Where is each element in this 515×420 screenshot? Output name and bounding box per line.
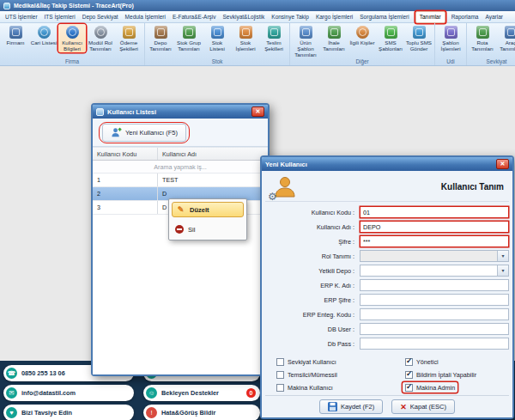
vehicle-icon [505,26,515,39]
user-form: Kullanıcı Kodu : Kullanıcı Adı : Şifre :… [265,202,509,350]
grid-filter-row[interactable]: Arama yapmak iş... [93,161,268,173]
ribbon-button-urun-sablon-tanimlari[interactable]: Ürün Şablon Tanımları [292,24,319,58]
ribbon-button-sablon-islemleri[interactable]: Şablon İşlemleri [437,24,464,52]
tab-sevkiyat-lojistik[interactable]: Sevkiyat&Lojistik [220,12,269,22]
chevron-down-icon[interactable]: ▾ [497,265,508,276]
document-icon [445,26,457,39]
ribbon-group-sevkiyat: Rota Tanımları Araç Tanımları Sevkiyat [467,23,515,65]
checkbox-makina-admin[interactable]: ✓ Makina Admin [403,382,457,393]
checkbox-box: ✓ [405,384,413,392]
bulk-sms-icon [413,26,426,39]
table-header-row: Kullanıcı Kodu Kullanıcı Adı [93,148,268,161]
checkbox-sevkiyat-kullanici[interactable]: Sevkiyat Kullanıcı [274,356,339,367]
ribbon-button-sms-sablonlari[interactable]: SMS Şablonları [377,24,404,52]
ribbon-button-stok-grup-tanimlari[interactable]: Stok Grup Tanımları [175,24,203,52]
pencil-icon: ✎ [176,205,185,214]
tender-icon [328,26,341,39]
column-header-code[interactable]: Kullanıcı Kodu [93,148,158,160]
close-button[interactable]: ✕ Kapat (ESC) [391,399,455,414]
yetkili-depo-select[interactable]: ▾ [360,265,509,277]
report-error-card[interactable]: ! Hata&Görüş Bildir [143,405,260,420]
tab-uts-islemler[interactable]: UTS İşlemler [2,12,41,22]
user-list-titlebar[interactable]: Kullanıcı Listesi ✕ [93,105,268,119]
alert-icon: ! [146,407,157,418]
db-pass-input[interactable] [360,338,509,350]
ribbon-button-rota-tanimlari[interactable]: Rota Tanımları [469,24,496,52]
column-header-name[interactable]: Kullanıcı Adı [158,148,268,160]
table-row-1[interactable]: 1 TEST [93,173,268,187]
tab-konsinye-takip[interactable]: Konsinye Takip [268,12,312,22]
ribbon-button-ilgili-kisiler[interactable]: İlgili Kişiler [348,24,376,46]
tab-its-islemleri[interactable]: ITS İşlemleri [41,12,79,22]
db-user-input[interactable] [360,323,509,335]
tab-kargo-islemleri[interactable]: Kargo İşlemleri [312,12,356,22]
context-menu: ✎ Düzelt Sil [168,198,247,240]
checkbox-bildirim-iptali[interactable]: ✓ Bildirim İptali Yapabilir [403,369,479,380]
field-kullanici-kodu: Kullanıcı Kodu : [265,206,509,218]
ribbon-button-stok-islemleri[interactable]: Stok İşlemleri [232,24,259,52]
sifre-input[interactable] [360,235,509,247]
save-button[interactable]: Kaydet (F2) [319,399,383,414]
form-header: ⚙ Kullanıcı Tanım [265,173,509,202]
close-icon[interactable]: ✕ [496,159,509,169]
ribbon-button-arac-tanimlari[interactable]: Araç Tanımları [497,24,515,52]
customers-icon [38,26,51,39]
building-icon [9,26,22,39]
checkbox-box: ✓ [405,358,413,366]
kullanici-adi-input[interactable] [360,221,509,233]
ribbon-button-toplu-sms-gonder[interactable]: Toplu SMS Gönder [405,24,433,52]
new-user-dialog: Yeni Kullanıcı ✕ ⚙ Kullanıcı Tanım Kulla… [260,155,514,419]
tab-tanimlar[interactable]: Tanımlar [415,11,445,23]
gear-icon: ⚙ [268,191,277,203]
field-rol-tanimi: Rol Tanımı : ▾ [265,250,509,262]
ribbon-button-kullanici-bilgileri[interactable]: Kullanıcı Bilgileri [58,24,86,52]
recommend-card[interactable]: ♥ Bizi Tavsiye Edin [3,405,134,420]
tab-depo-sevkiyat[interactable]: Depo Sevkiyat [79,12,122,22]
new-user-titlebar[interactable]: Yeni Kullanıcı ✕ [262,157,512,171]
checkbox-yonetici[interactable]: ✓ Yönetici [403,356,441,367]
rol-tanimi-select[interactable]: ▾ [360,250,509,262]
chevron-down-icon[interactable]: ▾ [497,251,508,261]
tab-sorgulama-islemleri[interactable]: Sorgulama İşlemleri [356,12,412,22]
warehouse-icon [154,26,167,39]
pending-support-card[interactable]: ☺ Bekleyen Destekler 0 [143,385,260,401]
tab-medula-islemleri[interactable]: Medula İşlemleri [122,12,169,22]
window-titlebar[interactable]: Medikal&İlaç Takip Sistemi - TraceArt(Pr… [0,0,515,11]
boxes-icon [239,26,252,39]
tab-ayarlar[interactable]: Ayarlar [482,12,506,22]
checkbox-temsilci-mumessil[interactable]: Temsilci/Mümessil [274,369,340,380]
form-title: Kullanıcı Tanım [441,182,504,192]
sms-icon [385,26,397,39]
ribbon-group-stok: Depo Tanımları Stok Grup Tanımları Stok … [145,23,290,65]
ribbon-button-odeme-sekilleri[interactable]: Ödeme Şekilleri [115,24,142,52]
checkbox-box [276,358,284,366]
erp-sifre-input[interactable] [360,294,509,306]
contacts-icon [356,26,369,39]
new-user-button[interactable]: Yeni Kullanıcı (F5) [102,124,186,142]
ribbon-button-depo-tanimlari[interactable]: Depo Tanımları [147,24,174,52]
dialog-icon [96,108,104,116]
ribbon-button-cari-listesi[interactable]: Cari Listesi [30,24,58,46]
checkbox-makina-kullanici[interactable]: Makina Kullanıcı [274,382,336,393]
payment-icon [123,26,136,39]
user-list-toolbar: Yeni Kullanıcı (F5) [93,119,268,147]
add-user-icon [111,127,122,138]
tab-raporlama[interactable]: Raporlama [448,12,482,22]
ribbon-button-teslim-sekilleri[interactable]: Teslim Şekilleri [260,24,288,52]
route-icon [476,26,489,39]
context-menu-item-edit[interactable]: ✎ Düzelt [172,202,244,217]
tab-e-fatura-e-arsiv[interactable]: E-Fatura&E-Arşiv [169,12,220,22]
erp-enteg-kodu-input[interactable] [360,308,509,320]
kullanici-kodu-input[interactable] [360,206,509,218]
ribbon-group-label-udi: Udi [437,58,464,65]
ribbon-group-udi: Şablon İşlemleri Udi [435,23,467,65]
email-card[interactable]: ✉ info@datastil.com [3,385,134,401]
erp-kadi-input[interactable] [360,279,509,291]
dialog-button-bar: Kaydet (F2) ✕ Kapat (ESC) [265,395,509,416]
close-icon[interactable]: ✕ [251,107,264,117]
ribbon-button-stok-listesi[interactable]: Stok Listesi [203,24,231,52]
context-menu-item-delete[interactable]: Sil [172,222,244,237]
ribbon-button-modul-rol-tanimlari[interactable]: Modül Rol Tanımları [87,24,114,52]
ribbon-button-ihale-tanimlari[interactable]: İhale Tanımları [320,24,348,52]
ribbon-button-firmam[interactable]: Firmam [2,24,29,46]
